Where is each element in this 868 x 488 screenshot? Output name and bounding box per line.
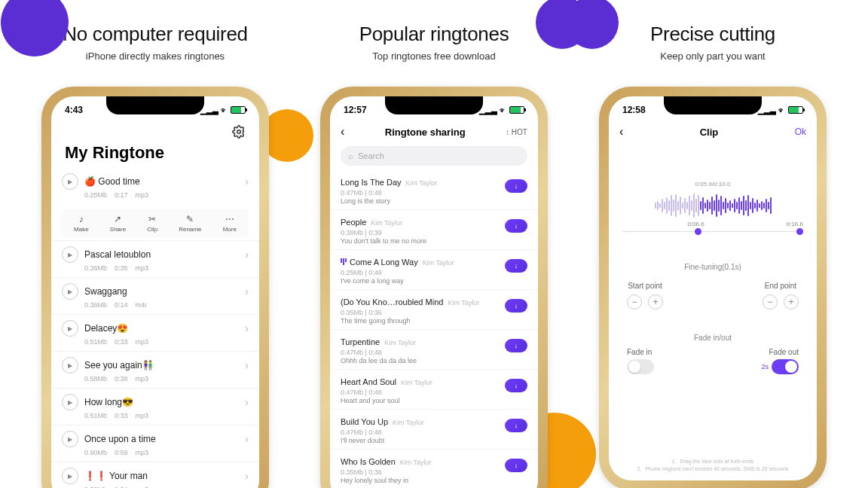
wave-bar [754, 203, 756, 209]
chevron-icon[interactable]: › [245, 322, 249, 334]
panel-subtitle: Keep only part you want [660, 50, 765, 62]
download-button[interactable]: ↓ [505, 379, 527, 392]
toolbar-more[interactable]: ⋯ More [223, 214, 237, 233]
play-icon[interactable]: ▶ [62, 431, 78, 447]
play-icon[interactable]: ▶ [62, 468, 78, 484]
play-icon[interactable]: ▶ [62, 246, 78, 263]
item-format: mp3 [136, 412, 149, 419]
list-item[interactable]: Who Is GoldenKim Taylor 0.35Mb | 0:36 He… [330, 450, 538, 488]
wave-bar [741, 201, 742, 210]
search-input[interactable]: ⌕ Search [341, 146, 527, 166]
list-item[interactable]: Heart And SoulKim Taylor 0.47Mb | 0:48 H… [330, 370, 538, 410]
fade-in-label: Fade in [627, 348, 652, 356]
item-desc: I've come a long way [341, 277, 527, 285]
play-icon[interactable]: ▶ [62, 173, 78, 190]
wave-bar [723, 202, 724, 209]
item-desc: The time going through [341, 317, 527, 325]
toolbar-label: Rename [179, 226, 201, 233]
play-icon[interactable]: ▶ [62, 283, 78, 300]
start-handle[interactable] [695, 228, 701, 235]
item-format: mp3 [136, 449, 149, 456]
wave-bar [682, 203, 683, 209]
download-button[interactable]: ↓ [505, 259, 527, 273]
item-format: mp3 [136, 191, 149, 199]
list-item[interactable]: Build You UpKim Taylor 0.47Mb | 0:48 I'l… [330, 410, 538, 450]
chevron-icon[interactable]: › [245, 175, 249, 188]
play-icon[interactable]: ▶ [62, 357, 78, 374]
panel-no-computer: No computer required iPhone directly mak… [27, 23, 283, 488]
wave-bar [745, 200, 747, 211]
item-duration: 0:59 [115, 449, 128, 456]
wave-bar [711, 197, 713, 215]
list-item[interactable]: Come A Long WayKim Taylor 0.25Mb | 0:48 … [330, 250, 538, 290]
list-item[interactable]: PeopleKim Taylor 0.38Mb | 0:39 You don't… [330, 210, 538, 250]
toolbar-share[interactable]: ↗ Share [110, 214, 126, 233]
toolbar-rename[interactable]: ✎ Rename [179, 214, 201, 233]
toolbar-clip[interactable]: ✂ Clip [147, 214, 157, 233]
chevron-icon[interactable]: › [245, 433, 249, 445]
download-button[interactable]: ↓ [505, 419, 527, 432]
toolbar-make[interactable]: ♪ Make [74, 214, 89, 233]
list-item-expanded[interactable]: ▶ 🍎 Good time › 0.25Mb 0:17 mp3 [51, 169, 259, 203]
gear-icon[interactable] [232, 125, 246, 139]
download-button[interactable]: ↓ [505, 459, 527, 472]
start-minus-button[interactable]: − [627, 294, 642, 310]
wave-bar [770, 197, 772, 214]
hot-sort-button[interactable]: ↕ HOT [506, 128, 527, 136]
download-button[interactable]: ↓ [505, 339, 527, 352]
wave-bar [664, 202, 665, 209]
back-icon[interactable]: ‹ [341, 125, 344, 139]
list-item[interactable]: ▶ Once upon a time › 0.90Mb 0:59 mp3 [51, 425, 259, 462]
list-item[interactable]: ▶ Swaggang › 0.36Mb 0:14 m4r [51, 277, 259, 314]
waveform[interactable] [622, 191, 803, 221]
ringtone-list: ▶ Pascal letoublon › 0.36Mb 0:35 mp3 ▶ S… [51, 240, 259, 488]
wave-bar [727, 203, 729, 209]
list-item[interactable]: (Do You Kno…roubled MindKim Taylor 0.35M… [330, 290, 538, 330]
wave-bar [766, 199, 767, 212]
notch [385, 96, 483, 114]
download-button[interactable]: ↓ [505, 179, 527, 193]
ok-button[interactable]: Ok [795, 127, 806, 137]
chevron-icon[interactable]: › [245, 470, 249, 482]
download-button[interactable]: ↓ [505, 299, 527, 313]
chevron-icon[interactable]: › [245, 396, 249, 408]
end-plus-button[interactable]: + [784, 294, 799, 310]
item-meta: 0.47Mb | 0:48 [341, 429, 527, 436]
item-size: 0.25Mb [84, 191, 107, 199]
play-icon[interactable]: ▶ [62, 394, 78, 410]
item-size: 0.36Mb [84, 264, 107, 272]
end-handle[interactable] [796, 228, 803, 235]
wave-bar [743, 196, 744, 215]
chevron-icon[interactable]: › [245, 359, 249, 371]
list-item[interactable]: ▶ Pascal letoublon › 0.36Mb 0:35 mp3 [51, 240, 259, 277]
list-item[interactable]: ▶ Delacey😍 › 0.51Mb 0:33 mp3 [51, 314, 259, 351]
list-item[interactable]: ▶ ❗❗ Your man › 0.52Mb 0:34 mp3 [51, 462, 259, 488]
chevron-icon[interactable]: › [245, 249, 249, 261]
battery-icon [509, 106, 524, 114]
list-item[interactable]: Long Is The DayKim Taylor 0.47Mb | 0:48 … [330, 170, 538, 210]
start-plus-button[interactable]: + [648, 294, 663, 310]
end-minus-button[interactable]: − [763, 294, 778, 310]
screen: 4:43 ▁▂▃ ᯤ My Ringtone ▶ 🍎 Good time › 0 [51, 96, 259, 488]
item-duration: 0:17 [115, 191, 128, 199]
back-icon[interactable]: ‹ [619, 125, 623, 139]
item-title: Build You Up [341, 417, 388, 426]
clip-timeline[interactable]: 0:06.6 0:16.6 [622, 222, 803, 240]
item-title: Come A Long Way [350, 258, 418, 267]
list-item[interactable]: ▶ See you again👫 › 0.58Mb 0:38 mp3 [51, 351, 259, 388]
item-duration: 0:33 [115, 412, 128, 419]
fade-in-toggle[interactable] [627, 359, 654, 374]
download-button[interactable]: ↓ [505, 219, 527, 233]
chevron-icon[interactable]: › [245, 285, 249, 297]
item-size: 0.36Mb [84, 301, 107, 309]
wave-bar [673, 200, 674, 212]
play-icon[interactable]: ▶ [62, 320, 78, 337]
list-item[interactable]: TurpentineKim Taylor 0.47Mb | 0:48 Ohhh … [330, 330, 538, 370]
item-title: Once upon a time [84, 434, 156, 444]
list-item[interactable]: ▶ How long😎 › 0.51Mb 0:33 mp3 [51, 388, 259, 425]
fade-out-toggle[interactable] [772, 359, 799, 374]
wave-bar [662, 199, 663, 212]
item-artist: Kim Taylor [448, 299, 479, 307]
item-format: mp3 [136, 375, 149, 383]
wave-bar [686, 202, 688, 209]
